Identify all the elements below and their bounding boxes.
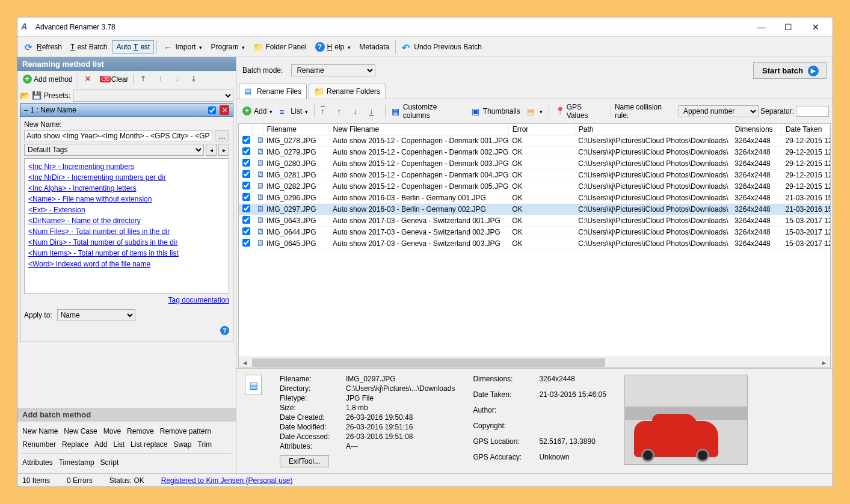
batch-method-timestamp[interactable]: Timestamp <box>59 458 94 467</box>
table-row[interactable]: IMG_0297.JPGAuto show 2016-03 - Berlin -… <box>239 204 830 215</box>
registration-link[interactable]: Registered to Kim Jensen (Personal use) <box>161 476 293 485</box>
batch-method-remove[interactable]: Remove <box>127 427 154 435</box>
import-button[interactable]: Import <box>159 40 206 54</box>
list-button[interactable]: List <box>277 105 310 117</box>
test-batch-button[interactable]: Test Batch <box>67 41 111 53</box>
batch-method-list-replace[interactable]: List replace <box>131 440 167 449</box>
batch-mode-select[interactable]: Rename <box>291 64 375 76</box>
tag-link[interactable]: <Word> Indexed word of the file name <box>28 259 225 269</box>
batch-method-new-name[interactable]: New Name <box>22 427 58 435</box>
table-row[interactable]: IMG_0645.JPGAuto show 2017-03 - Geneva -… <box>239 238 830 250</box>
move-bottom-button[interactable] <box>186 73 201 85</box>
undo-batch-button[interactable]: Undo Previous Batch <box>398 40 485 54</box>
tag-link[interactable]: <Inc NrDir> - Incrementing numbers per d… <box>28 172 225 183</box>
batch-method-remove-pattern[interactable]: Remove pattern <box>160 427 211 435</box>
move-down-button[interactable] <box>170 73 184 85</box>
folder-panel-button[interactable]: Folder Panel <box>250 40 310 54</box>
customize-columns-button[interactable]: Customize columns <box>389 102 467 121</box>
tag-link[interactable]: <Name> - File name without extension <box>28 194 225 204</box>
tab-rename-files[interactable]: Rename Files <box>239 84 307 99</box>
table-row[interactable]: IMG_0279.JPGAuto show 2015-12 - Copenhag… <box>239 147 830 158</box>
table-row[interactable]: IMG_0643.JPGAuto show 2017-03 - Geneva -… <box>239 215 830 227</box>
file-move-bottom-button[interactable] <box>367 105 381 117</box>
tag-link[interactable]: <Inc Alpha> - Incrementing letters <box>28 183 225 194</box>
file-move-down-button[interactable] <box>351 105 365 117</box>
exiftool-button[interactable]: ExifTool... <box>280 455 329 467</box>
close-button[interactable]: ✕ <box>802 19 829 35</box>
batch-method-replace[interactable]: Replace <box>62 440 88 449</box>
add-files-button[interactable]: Add <box>240 105 275 117</box>
row-checkbox[interactable] <box>242 193 250 201</box>
separator-input[interactable] <box>796 106 829 117</box>
method-title-bar[interactable]: – 1 : New Name <box>20 103 233 117</box>
tab-rename-folders[interactable]: Rename Folders <box>309 84 386 99</box>
maximize-button[interactable]: ☐ <box>775 19 802 35</box>
metadata-button[interactable]: Metadata <box>356 41 393 53</box>
auto-test-button[interactable]: Auto Test <box>112 40 154 54</box>
batch-method-add[interactable]: Add <box>94 440 107 449</box>
batch-method-move[interactable]: Move <box>103 427 121 435</box>
apply-to-select[interactable]: Name <box>57 309 135 321</box>
method-help-icon[interactable] <box>220 326 229 336</box>
collision-rule-select[interactable]: Append number <box>679 105 759 117</box>
row-checkbox[interactable] <box>242 204 250 212</box>
new-name-browse-button[interactable]: ... <box>215 131 229 141</box>
batch-method-renumber[interactable]: Renumber <box>22 440 56 449</box>
col-error[interactable]: Error <box>508 124 574 135</box>
batch-method-list[interactable]: List <box>113 440 125 449</box>
help-button[interactable]: Help <box>312 40 355 54</box>
minimize-button[interactable]: — <box>748 19 775 35</box>
move-up-button[interactable] <box>153 73 167 85</box>
presets-select[interactable] <box>73 90 233 102</box>
file-move-top-button[interactable] <box>318 105 333 117</box>
refresh-button[interactable]: Refresh <box>21 40 66 54</box>
table-row[interactable]: IMG_0296.JPGAuto show 2016-03 - Berlin -… <box>239 192 830 204</box>
col-date-taken[interactable]: Date Taken <box>781 124 830 135</box>
row-checkbox[interactable] <box>242 239 250 247</box>
row-checkbox[interactable] <box>242 147 250 155</box>
table-row[interactable]: IMG_0282.JPGAuto show 2015-12 - Copenhag… <box>239 181 830 192</box>
horizontal-scrollbar[interactable]: ◂▸ <box>239 357 830 367</box>
method-enabled-checkbox[interactable] <box>208 106 216 114</box>
save-preset-icon[interactable] <box>32 91 42 100</box>
move-top-button[interactable] <box>136 73 150 85</box>
batch-method-swap[interactable]: Swap <box>173 440 191 449</box>
row-checkbox[interactable] <box>242 182 250 189</box>
new-name-input[interactable] <box>24 131 212 141</box>
row-checkbox[interactable] <box>242 227 250 235</box>
tag-link[interactable]: <Num Items> - Total number of items in t… <box>28 248 225 259</box>
tag-link[interactable]: <Inc Nr> - Incrementing numbers <box>28 161 225 172</box>
tag-documentation-link[interactable]: Tag documentation <box>168 296 229 304</box>
gps-values-button[interactable]: GPS Values <box>553 102 607 121</box>
remove-method-icon[interactable] <box>220 105 229 115</box>
tag-list[interactable]: <Inc Nr> - Incrementing numbers<Inc NrDi… <box>24 158 229 293</box>
table-row[interactable]: IMG_0644.JPGAuto show 2017-03 - Geneva -… <box>239 227 830 238</box>
program-button[interactable]: Program <box>207 41 248 53</box>
file-move-up-button[interactable] <box>334 105 349 117</box>
start-batch-button[interactable]: Start batch <box>753 62 827 79</box>
batch-method-attributes[interactable]: Attributes <box>22 458 53 467</box>
default-tags-select[interactable]: Default Tags <box>24 144 204 156</box>
tag-next-button[interactable]: ▸ <box>218 144 229 156</box>
col-filename[interactable]: Filename <box>263 124 329 135</box>
table-row[interactable]: IMG_0280.JPGAuto show 2015-12 - Copenhag… <box>239 158 830 170</box>
col-new-filename[interactable]: New Filename <box>329 124 508 135</box>
add-method-button[interactable]: Add method <box>20 73 75 85</box>
clear-methods-button[interactable]: Clear <box>97 73 131 85</box>
batch-method-script[interactable]: Script <box>100 458 119 467</box>
delete-method-button[interactable] <box>81 73 95 85</box>
file-table[interactable]: Filename New Filename Error Path Dimensi… <box>239 124 830 250</box>
tag-link[interactable]: <Num Dirs> - Total number of subdirs in … <box>28 237 225 248</box>
batch-method-new-case[interactable]: New Case <box>64 427 97 435</box>
table-row[interactable]: IMG_0281.JPGAuto show 2015-12 - Copenhag… <box>239 170 830 181</box>
tag-link[interactable]: <DirName> - Name of the directory <box>28 215 225 226</box>
tag-link[interactable]: <Ext> - Extension <box>28 204 225 215</box>
col-dimensions[interactable]: Dimensions <box>731 124 781 135</box>
thumbnails-button[interactable]: Thumbnails <box>469 105 523 117</box>
row-checkbox[interactable] <box>242 136 250 144</box>
table-row[interactable]: IMG_0278.JPGAuto show 2015-12 - Copenhag… <box>239 135 830 147</box>
tag-link[interactable]: <Num Files> - Total number of files in t… <box>28 226 225 237</box>
row-checkbox[interactable] <box>242 170 250 178</box>
row-checkbox[interactable] <box>242 216 250 224</box>
mosaic-button[interactable] <box>525 105 545 117</box>
